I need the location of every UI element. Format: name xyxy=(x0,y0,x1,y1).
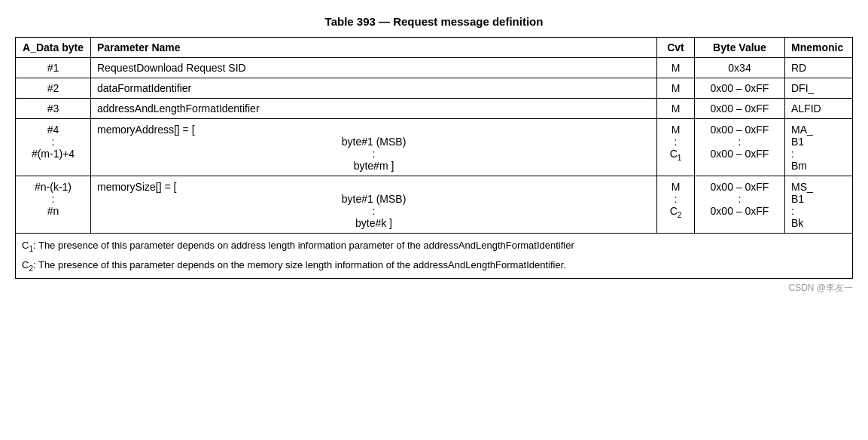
header-cvt: Cvt xyxy=(657,38,695,58)
param-mem-addr: memoryAddress[] = [ byte#1 (MSB) : byte#… xyxy=(91,119,657,176)
c1-label: C xyxy=(22,240,29,251)
page-title: Table 393 — Request message definition xyxy=(15,15,853,28)
param-mem-size: memorySize[] = [ byte#1 (MSB) : byte#k ] xyxy=(91,176,657,234)
mn-mid1-addr: B1 xyxy=(791,136,846,148)
cvt-top-size: M xyxy=(663,181,688,193)
bytevalue-mem-addr: 0x00 – 0xFF : 0x00 – 0xFF xyxy=(695,119,785,176)
mn-mid1-size: B1 xyxy=(791,193,846,205)
table-row-memory-size: #n-(k-1) : #n memorySize[] = [ byte#1 (M… xyxy=(16,176,853,234)
param-mid-size: byte#1 (MSB) xyxy=(97,193,650,205)
cvt-bot-addr: C1 xyxy=(663,148,688,162)
footnote-row: C1: The presence of this parameter depen… xyxy=(16,234,853,279)
header-param: Parameter Name xyxy=(91,38,657,58)
header-adata: A_Data byte xyxy=(16,38,91,58)
param-header-addr: memoryAddress[] = [ xyxy=(97,124,650,136)
adata-top: #4 xyxy=(22,124,84,136)
adata-top-size: #n-(k-1) xyxy=(22,181,84,193)
adata-1: #1 xyxy=(16,58,91,78)
cvt-1: M xyxy=(657,58,695,78)
watermark: CSDN @李友一 xyxy=(15,282,853,295)
param-header-size: memorySize[] = [ xyxy=(97,181,650,193)
bv-mid-addr: : xyxy=(701,136,778,148)
bytevalue-1: 0x34 xyxy=(695,58,785,78)
mn-top-addr: MA_ xyxy=(791,124,846,136)
mn-top-size: MS_ xyxy=(791,181,846,193)
footnote-cell: C1: The presence of this parameter depen… xyxy=(16,234,853,279)
param-bot-addr: byte#m ] xyxy=(97,160,650,172)
c2-label: C xyxy=(22,259,29,270)
bv-bot-addr: 0x00 – 0xFF xyxy=(701,148,778,160)
bv-top-size: 0x00 – 0xFF xyxy=(701,181,778,193)
adata-colon: : xyxy=(22,136,84,148)
mn-bot-size: Bk xyxy=(791,217,846,229)
main-table: A_Data byte Parameter Name Cvt Byte Valu… xyxy=(15,37,853,279)
mn-mid2-addr: : xyxy=(791,148,846,160)
bytevalue-mem-size: 0x00 – 0xFF : 0x00 – 0xFF xyxy=(695,176,785,234)
mnemonic-mem-size: MS_ B1 : Bk xyxy=(785,176,853,234)
table-row: #3 addressAndLengthFormatIdentifier M 0x… xyxy=(16,99,853,119)
bytevalue-3: 0x00 – 0xFF xyxy=(695,99,785,119)
param-3: addressAndLengthFormatIdentifier xyxy=(91,99,657,119)
cvt-bot-size: C2 xyxy=(663,205,688,219)
c2-text: : The presence of this parameter depends… xyxy=(33,259,566,270)
adata-mem-addr: #4 : #(m-1)+4 xyxy=(16,119,91,176)
param-colon-addr: : xyxy=(97,148,650,160)
mnemonic-1: RD xyxy=(785,58,853,78)
cvt-top-addr: M xyxy=(663,124,688,136)
footnote-c1: C1: The presence of this parameter depen… xyxy=(22,238,846,255)
param-bot-size: byte#k ] xyxy=(97,217,650,229)
bytevalue-2: 0x00 – 0xFF xyxy=(695,78,785,99)
header-bytevalue: Byte Value xyxy=(695,38,785,58)
adata-mem-size: #n-(k-1) : #n xyxy=(16,176,91,234)
mn-bot-addr: Bm xyxy=(791,160,846,172)
param-1: RequestDownload Request SID xyxy=(91,58,657,78)
mnemonic-3: ALFID xyxy=(785,99,853,119)
bv-bot-size: 0x00 – 0xFF xyxy=(701,205,778,217)
adata-bot-size: #n xyxy=(22,205,84,217)
param-mid-addr: byte#1 (MSB) xyxy=(97,136,650,148)
adata-3: #3 xyxy=(16,99,91,119)
mnemonic-2: DFI_ xyxy=(785,78,853,99)
cvt-mem-addr: M : C1 xyxy=(657,119,695,176)
header-mnemonic: Mnemonic xyxy=(785,38,853,58)
table-row: #1 RequestDownload Request SID M 0x34 RD xyxy=(16,58,853,78)
param-colon-size: : xyxy=(97,205,650,217)
c1-text: : The presence of this parameter depends… xyxy=(33,240,574,251)
cvt-2: M xyxy=(657,78,695,99)
param-2: dataFormatIdentifier xyxy=(91,78,657,99)
adata-bot: #(m-1)+4 xyxy=(22,148,84,160)
mnemonic-mem-addr: MA_ B1 : Bm xyxy=(785,119,853,176)
table-row-memory-address: #4 : #(m-1)+4 memoryAddress[] = [ byte#1… xyxy=(16,119,853,176)
bv-mid-size: : xyxy=(701,193,778,205)
cvt-3: M xyxy=(657,99,695,119)
cvt-mid-addr: : xyxy=(663,136,688,148)
mn-mid2-size: : xyxy=(791,205,846,217)
table-row: #2 dataFormatIdentifier M 0x00 – 0xFF DF… xyxy=(16,78,853,99)
adata-2: #2 xyxy=(16,78,91,99)
cvt-mid-size: : xyxy=(663,193,688,205)
cvt-mem-size: M : C2 xyxy=(657,176,695,234)
bv-top-addr: 0x00 – 0xFF xyxy=(701,124,778,136)
adata-colon-size: : xyxy=(22,193,84,205)
footnote-c2: C2: The presence of this parameter depen… xyxy=(22,258,846,274)
